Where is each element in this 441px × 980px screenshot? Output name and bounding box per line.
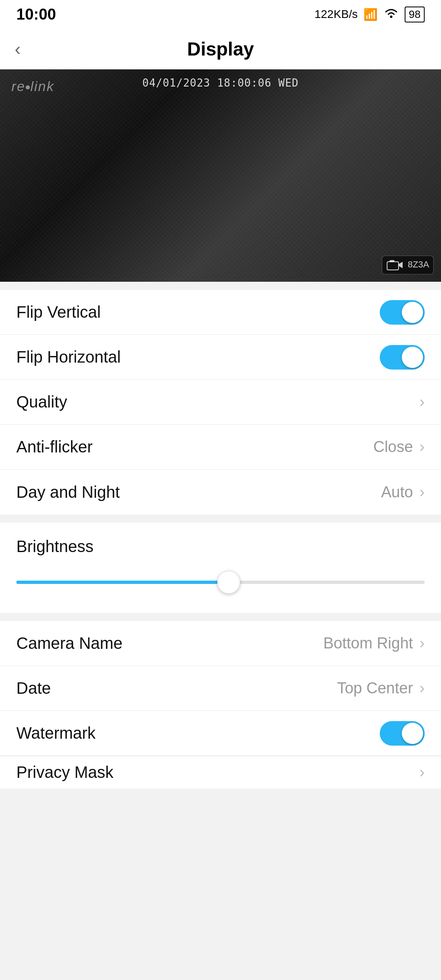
camera-bg: relink 04/01/2023 18:00:06 WED 8Z3A <box>0 69 441 282</box>
back-button[interactable]: ‹ <box>15 39 21 59</box>
privacy-mask-item[interactable]: Privacy Mask › <box>0 756 441 788</box>
watermark-knob <box>402 723 423 744</box>
flip-horizontal-knob <box>402 347 423 368</box>
day-night-right: Auto › <box>381 483 425 501</box>
battery-icon: 98 <box>405 7 425 22</box>
date-item[interactable]: Date Top Center › <box>0 666 441 711</box>
header: ‹ Display <box>0 29 441 69</box>
flip-vertical-toggle[interactable] <box>380 300 425 325</box>
svg-marker-2 <box>399 262 403 268</box>
day-night-value: Auto <box>381 483 413 501</box>
camera-badge: 8Z3A <box>382 256 434 274</box>
privacy-mask-chevron: › <box>419 764 425 781</box>
camera-name-item[interactable]: Camera Name Bottom Right › <box>0 621 441 666</box>
anti-flicker-chevron: › <box>419 438 425 456</box>
watermark-label: Watermark <box>16 724 96 742</box>
brightness-section: Brightness <box>0 523 441 613</box>
brightness-label: Brightness <box>16 537 425 556</box>
status-right-icons: 122KB/s 📶 98 <box>314 7 425 22</box>
flip-horizontal-toggle[interactable] <box>380 345 425 370</box>
page-title: Display <box>187 38 254 60</box>
wifi-icon <box>383 7 399 22</box>
quality-right: › <box>419 393 425 411</box>
privacy-mask-label: Privacy Mask <box>16 763 114 782</box>
flip-vertical-item: Flip Vertical <box>0 290 441 335</box>
date-label: Date <box>16 679 51 697</box>
day-night-chevron: › <box>419 483 425 501</box>
camera-logo: relink <box>11 78 54 94</box>
watermark-toggle[interactable] <box>380 721 425 746</box>
flip-vertical-label: Flip Vertical <box>16 303 101 321</box>
flip-horizontal-item: Flip Horizontal <box>0 335 441 380</box>
status-time: 10:00 <box>16 6 56 23</box>
day-night-item[interactable]: Day and Night Auto › <box>0 470 441 514</box>
camera-preview: relink 04/01/2023 18:00:06 WED 8Z3A <box>0 69 441 282</box>
slider-thumb[interactable] <box>217 571 240 594</box>
camera-timestamp: 04/01/2023 18:00:06 WED <box>142 77 298 89</box>
date-chevron: › <box>419 679 425 697</box>
svg-rect-3 <box>390 260 394 262</box>
quality-chevron: › <box>419 393 425 411</box>
camera-name-chevron: › <box>419 635 425 652</box>
anti-flicker-right: Close › <box>373 438 425 456</box>
camera-name-value: Bottom Right <box>323 635 413 652</box>
svg-point-0 <box>390 16 392 18</box>
flip-horizontal-label: Flip Horizontal <box>16 348 121 366</box>
settings-section-1: Flip Vertical Flip Horizontal Quality › … <box>0 290 441 514</box>
flip-vertical-knob <box>402 302 423 323</box>
day-night-label: Day and Night <box>16 483 120 501</box>
quality-item[interactable]: Quality › <box>0 380 441 425</box>
quality-label: Quality <box>16 393 67 411</box>
signal-icon: 📶 <box>363 8 378 21</box>
anti-flicker-label: Anti-flicker <box>16 438 93 456</box>
slider-fill <box>16 581 229 584</box>
anti-flicker-value: Close <box>373 438 413 456</box>
camera-name-label: Camera Name <box>16 634 122 653</box>
brightness-slider[interactable] <box>16 572 425 592</box>
date-value: Top Center <box>337 679 413 697</box>
camera-name-right: Bottom Right › <box>323 635 425 652</box>
date-right: Top Center › <box>337 679 425 697</box>
status-bar: 10:00 122KB/s 📶 98 <box>0 0 441 29</box>
camera-badge-text: 8Z3A <box>408 259 429 270</box>
settings-section-2: Camera Name Bottom Right › Date Top Cent… <box>0 621 441 788</box>
svg-rect-1 <box>387 262 399 270</box>
anti-flicker-item[interactable]: Anti-flicker Close › <box>0 425 441 470</box>
watermark-item: Watermark <box>0 711 441 756</box>
network-speed: 122KB/s <box>314 8 358 21</box>
